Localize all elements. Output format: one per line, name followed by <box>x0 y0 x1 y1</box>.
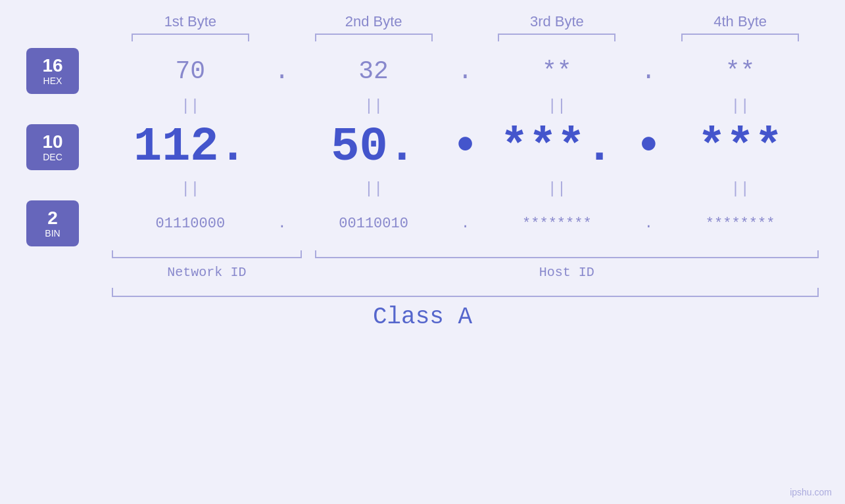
dec-row: 10 DEC 112. 50. • ***. • *** <box>26 118 819 177</box>
bin-badge: 2 BIN <box>26 200 79 246</box>
hex-byte2: 32 <box>358 57 389 85</box>
eq2-byte4: || <box>662 180 819 198</box>
eq2-byte1: || <box>112 180 269 198</box>
dec-byte4: *** <box>698 120 783 174</box>
dec-dot3: • <box>635 120 663 174</box>
hex-dot1: . <box>274 57 289 85</box>
header-byte3: 3rd Byte <box>479 13 636 30</box>
bin-byte4: ******** <box>706 216 775 232</box>
host-id-label: Host ID <box>315 265 819 280</box>
main-container: 1st Byte 2nd Byte 3rd Byte 4th Byte <box>0 0 845 504</box>
bin-dot2: . <box>461 216 470 232</box>
dec-byte2: 50. <box>331 120 416 174</box>
eq1-byte1: || <box>112 97 269 115</box>
bin-row: 2 BIN 01110000 . 00110010 . ******** . *… <box>26 200 819 246</box>
bin-dot1: . <box>278 216 286 232</box>
bracket-byte1 <box>132 34 249 41</box>
header-byte1: 1st Byte <box>112 13 269 30</box>
eq1-byte3: || <box>479 97 636 115</box>
watermark: ipshu.com <box>790 487 832 497</box>
bin-byte3: ******** <box>522 216 592 232</box>
eq1-byte2: || <box>295 97 452 115</box>
dec-byte3: ***. <box>500 120 614 174</box>
outer-bracket <box>112 288 819 297</box>
eq2-byte3: || <box>479 180 636 198</box>
header-byte2: 2nd Byte <box>295 13 452 30</box>
equals-row-1: || || || || <box>26 94 819 118</box>
bin-byte2: 00110010 <box>339 216 408 232</box>
hex-row: 16 HEX 70 . 32 . ** . ** <box>26 48 819 94</box>
hex-byte4: ** <box>725 57 756 85</box>
hex-dot3: . <box>641 57 656 85</box>
bottom-bracket-network <box>112 250 302 258</box>
bin-byte1: 01110000 <box>156 216 226 232</box>
dec-byte1: 112. <box>133 120 247 174</box>
dec-dot2: • <box>451 120 479 174</box>
bracket-byte3 <box>498 34 616 41</box>
bin-dot3: . <box>644 216 653 232</box>
hex-dot2: . <box>458 57 473 85</box>
eq1-byte4: || <box>662 97 819 115</box>
hex-byte1: 70 <box>176 57 206 85</box>
class-label: Class A <box>373 304 472 331</box>
eq2-byte2: || <box>295 180 452 198</box>
hex-badge: 16 HEX <box>26 48 79 94</box>
hex-byte3: ** <box>542 57 572 85</box>
bracket-byte4 <box>681 34 799 41</box>
equals-row-2: || || || || <box>26 177 819 200</box>
dec-badge: 10 DEC <box>26 124 79 170</box>
network-id-label: Network ID <box>112 265 302 280</box>
header-byte4: 4th Byte <box>662 13 819 30</box>
bottom-bracket-host <box>315 250 819 258</box>
bracket-byte2 <box>315 34 433 41</box>
